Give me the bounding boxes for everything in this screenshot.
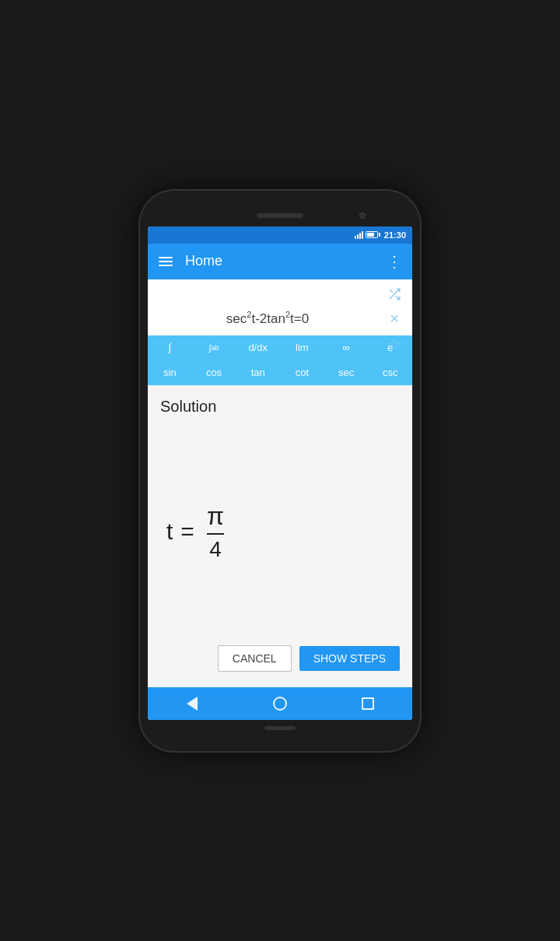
favorite-icon[interactable]: ☆ — [386, 335, 403, 353]
more-options-icon[interactable]: ⋮ — [387, 252, 401, 271]
app-title: Home — [185, 253, 387, 269]
key-limit[interactable]: lim — [280, 335, 324, 360]
back-button[interactable] — [180, 692, 204, 715]
battery-icon — [366, 231, 380, 238]
solution-panel: Solution t = π 4 Cancel Sho — [148, 385, 412, 687]
battery-fill — [367, 233, 375, 237]
key-cos[interactable]: cos — [192, 360, 236, 385]
formula-text: sec2t-2tan2t=0 — [226, 310, 309, 327]
cancel-button[interactable]: Cancel — [218, 645, 292, 672]
signal-bar-1 — [355, 236, 356, 239]
hamburger-line — [159, 261, 173, 262]
home-icon — [273, 697, 287, 711]
signal-bar-4 — [362, 231, 363, 239]
action-buttons: Cancel Show steps — [160, 639, 400, 675]
phone-top-bar — [148, 205, 412, 226]
phone-screen: 21:30 Home ⋮ — [148, 226, 412, 720]
camera — [359, 212, 366, 219]
phone-bottom-bar — [148, 720, 412, 737]
solution-math: t = π 4 — [166, 502, 224, 562]
battery-body — [366, 231, 378, 238]
formula-display: sec2t-2tan2t=0 — [160, 289, 400, 335]
calc-input-area: × ☆ sec2t-2tan2t=0 — [148, 279, 412, 335]
fraction-line — [207, 533, 224, 535]
solution-equals: = — [180, 518, 194, 545]
solution-fraction: π 4 — [207, 502, 224, 562]
home-button[interactable] — [268, 692, 292, 715]
speaker — [257, 213, 303, 218]
hamburger-line — [159, 265, 173, 266]
hamburger-line — [159, 257, 173, 258]
status-time: 21:30 — [384, 230, 406, 240]
solution-label: Solution — [160, 398, 400, 416]
keyboard: ∫ ∫ab d/dx lim ∞ e sin cos tan cot sec c… — [148, 335, 412, 385]
action-icons: × ☆ — [386, 286, 403, 353]
key-derivative[interactable]: d/dx — [236, 335, 280, 360]
hamburger-menu-icon[interactable] — [159, 257, 173, 266]
key-integral[interactable]: ∫ — [148, 335, 192, 360]
key-sec[interactable]: sec — [324, 360, 369, 385]
clear-icon[interactable]: × — [386, 311, 403, 328]
solution-denominator: 4 — [209, 537, 222, 562]
shuffle-icon[interactable] — [386, 286, 403, 303]
show-steps-button[interactable]: Show steps — [299, 646, 400, 671]
keyboard-row-2: sin cos tan cot sec csc — [148, 360, 412, 385]
key-csc[interactable]: csc — [368, 360, 412, 385]
key-definite-integral[interactable]: ∫ab — [192, 335, 236, 360]
solution-variable: t — [166, 518, 173, 545]
signal-bar-2 — [357, 234, 359, 239]
battery-tip — [379, 233, 380, 237]
bottom-nav — [148, 687, 412, 720]
main-content: × ☆ sec2t-2tan2t=0 ∫ ∫ab d/dx lim — [148, 279, 412, 687]
app-bar: Home ⋮ — [148, 244, 412, 279]
key-tan[interactable]: tan — [236, 360, 280, 385]
key-cot[interactable]: cot — [280, 360, 324, 385]
back-icon — [187, 697, 198, 711]
signal-icon — [355, 231, 363, 239]
status-icons: 21:30 — [355, 230, 406, 240]
solution-formula: t = π 4 — [160, 425, 400, 639]
signal-bar-3 — [359, 233, 361, 239]
key-sin[interactable]: sin — [148, 360, 192, 385]
physical-home-button — [264, 726, 296, 730]
key-infinity[interactable]: ∞ — [324, 335, 369, 360]
recents-button[interactable] — [356, 692, 380, 715]
keyboard-row-1: ∫ ∫ab d/dx lim ∞ e — [148, 335, 412, 360]
solution-numerator: π — [207, 502, 224, 531]
phone-frame: 21:30 Home ⋮ — [140, 191, 420, 751]
status-bar: 21:30 — [148, 226, 412, 244]
recents-icon — [362, 697, 374, 710]
